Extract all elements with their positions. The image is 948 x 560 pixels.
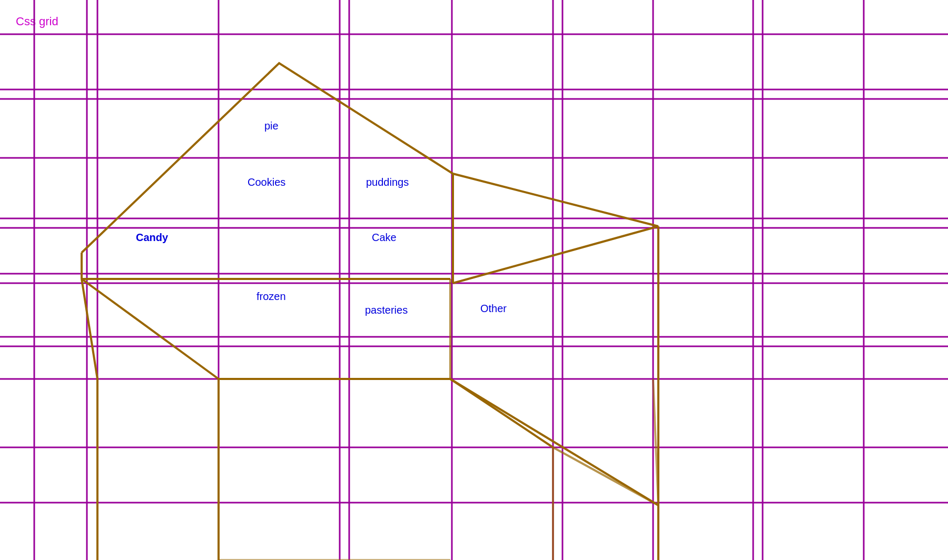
- svg-line-36: [82, 279, 97, 379]
- label-pie: pie: [264, 120, 279, 132]
- svg-line-31: [453, 226, 658, 283]
- svg-line-41: [450, 379, 553, 447]
- label-puddings: puddings: [366, 176, 409, 188]
- label-cookies: Cookies: [248, 176, 285, 188]
- drawing-layer: [0, 0, 948, 560]
- svg-line-35: [450, 379, 658, 505]
- label-cake: Cake: [372, 232, 397, 244]
- label-other: Other: [480, 303, 507, 315]
- label-candy: Candy: [136, 232, 168, 244]
- svg-line-33: [82, 279, 219, 379]
- svg-line-42: [553, 447, 658, 505]
- label-frozen: frozen: [256, 291, 286, 303]
- label-pasteries: pasteries: [365, 304, 408, 316]
